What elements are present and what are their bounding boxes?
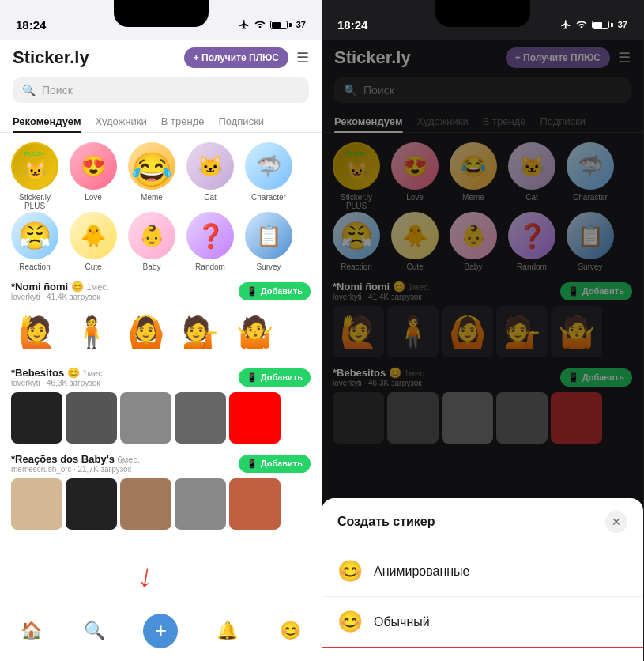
add-btn-bebesitos-left[interactable]: 📱Добавить [239,368,311,387]
pack-name-nomi-right: *Nomi ñomi 😊 1мес. [333,281,431,293]
category-plus-right[interactable]: PLUS+😺 Sticker.lyPLUS [328,142,385,210]
bs-animated-label: Анимированные [374,565,469,579]
tab-trending-right[interactable]: В тренде [483,111,526,132]
bs-header: Создать стикер ✕ [322,511,643,546]
pack-name-bebesitos-right: *Bebesitos 😊 1мес. [333,367,427,379]
search-placeholder-left: Поиск [42,84,73,96]
nav-home-left[interactable]: 🏠 [17,617,46,645]
category-baby-left[interactable]: 👶 Baby [123,212,180,271]
sticker-4-reacoes-left [175,478,226,530]
category-character-right[interactable]: 🦈 Character [562,142,619,210]
pack-meta-reacoes-left: memescrush_ofc · 21,7K загрузок [11,465,140,474]
category-cat-left[interactable]: 🐱 Cat [182,142,239,210]
category-cat-right[interactable]: 🐱 Cat [503,142,560,210]
cat-label-cat-left: Cat [204,193,217,202]
bs-option-animated[interactable]: 😊 Анимированные [322,546,643,597]
add-btn-reacoes-left[interactable]: 📱Добавить [239,455,311,473]
hamburger-right[interactable]: ☰ [618,49,631,66]
tabs-right: Рекомендуем Художники В тренде Подписки [322,111,643,133]
tab-artists-right[interactable]: Художники [417,111,469,132]
add-btn-nomi-right[interactable]: 📱Добавить [560,282,632,300]
category-meme-left[interactable]: 😂 Meme [123,142,180,210]
pack-header-reacoes-left: *Reações dos Baby's 6мес. memescrush_ofc… [11,453,311,474]
tab-artists-left[interactable]: Художники [96,111,147,132]
nav-search-left[interactable]: 🔍 [81,617,109,645]
category-reaction-left[interactable]: 😤 Reaction [6,212,63,271]
cat-circle-baby-right: 👶 [450,212,497,259]
search-bar-left[interactable]: 🔍 Поиск [13,77,309,103]
whatsapp-icon-bebe-left: 📱 [247,372,258,383]
category-cute-left[interactable]: 🐥 Cute [65,212,122,271]
cat-label-baby-left: Baby [143,263,161,271]
app-content-left: Sticker.ly + Получите ПЛЮС ☰ 🔍 Поиск Рек… [0,40,322,661]
search-icon-left: 🔍 [22,84,36,96]
time-right: 18:24 [337,18,367,32]
category-meme-right[interactable]: 😂 Meme [445,142,502,210]
add-btn-bebesitos-right[interactable]: 📱Добавить [560,368,632,387]
sticker-4-bebe-right [496,392,548,444]
notch-left [114,0,209,27]
bs-close-button[interactable]: ✕ [605,511,627,533]
nav-plus-left[interactable]: + [143,614,178,648]
category-character-left[interactable]: 🦈 Character [240,142,297,210]
bs-normal-label: Обычный [374,615,430,629]
tab-trending-left[interactable]: В тренде [161,111,205,132]
category-plus-left[interactable]: PLUS+😺 Sticker.lyPLUS [6,142,63,210]
tab-subscriptions-right[interactable]: Подписки [540,111,586,132]
whatsapp-icon-bebe-right: 📱 [568,372,579,383]
category-random-left[interactable]: ❓ Random [182,212,239,271]
sticker-5-bebe-right [551,392,602,444]
status-icons-left: 37 [239,19,306,30]
pack-info-nomi-left: *Nomi ñomi 😊 1мес. loverkyti · 41,4K заг… [11,281,109,301]
sticker-1-reacoes-left [11,478,62,530]
cat-circle-baby-left: 👶 [128,212,175,259]
whatsapp-icon-nomi-right: 📱 [568,286,579,297]
bs-animated-icon: 😊 [337,559,363,584]
cat-circle-meme-right: 😂 [450,142,497,190]
tab-recommended-left[interactable]: Рекомендуем [13,111,81,132]
time-left: 18:24 [16,18,46,32]
category-survey-right[interactable]: 📋 Survey [562,212,619,271]
sticker-3-bebe-left [120,392,171,444]
category-love-left[interactable]: 😍 Love [65,142,122,210]
category-survey-left[interactable]: 📋 Survey [240,212,297,271]
plus-button-right[interactable]: + Получите ПЛЮС [506,47,610,68]
add-btn-nomi-left[interactable]: 📱Добавить [239,282,311,300]
cat-label-survey-right: Survey [578,263,602,271]
categories-left: PLUS+😺 Sticker.lyPLUS 😍 Love 😂 Meme 🐱 Ca… [0,142,322,271]
bs-option-normal[interactable]: 😊 Обычный [322,597,643,648]
tab-recommended-right[interactable]: Рекомендуем [334,111,403,132]
category-reaction-right[interactable]: 😤 Reaction [328,212,385,271]
pack-meta-nomi-left: loverkyti · 41,4K загрузок [11,293,109,301]
nav-emoji-left[interactable]: 😊 [276,617,304,645]
pack-info-nomi-right: *Nomi ñomi 😊 1мес. loverkyti · 41,4K заг… [333,281,431,301]
sticker-3-reacoes-left [120,478,171,530]
category-random-right[interactable]: ❓ Random [503,212,560,271]
cat-circle-character-right: 🦈 [567,142,614,190]
header-left: Sticker.ly + Получите ПЛЮС ☰ [0,40,322,74]
cat-circle-reaction-left: 😤 [11,212,58,259]
sticker-1-nomi-right: 🙋 [333,306,384,357]
sticker-2-bebe-left [66,392,117,444]
plus-button-left[interactable]: + Получите ПЛЮС [184,47,288,68]
sticker-3-bebe-right [442,392,493,444]
search-bar-right[interactable]: 🔍 Поиск [334,77,631,103]
nav-bell-left[interactable]: 🔔 [213,617,241,645]
battery-icon-right [592,21,613,29]
pack-header-nomi-left: *Nomi ñomi 😊 1мес. loverkyti · 41,4K заг… [11,281,311,301]
sticker-4-nomi-left: 💁 [175,306,226,357]
hamburger-left[interactable]: ☰ [296,49,309,66]
category-cute-right[interactable]: 🐥 Cute [386,212,443,271]
cat-label-meme-right: Meme [462,193,484,202]
cat-circle-reaction-right: 😤 [333,212,380,259]
battery-pct-right: 37 [618,20,627,29]
cat-circle-meme-left: 😂 [128,142,175,190]
app-content-right: Sticker.ly + Получите ПЛЮС ☰ 🔍 Поиск Рек… [322,40,643,661]
tab-subscriptions-left[interactable]: Подписки [218,111,264,132]
sticker-5-bebe-left [229,392,281,444]
category-love-right[interactable]: 😍 Love [386,142,443,210]
cat-label-random-left: Random [195,263,225,271]
pack-info-reacoes-left: *Reações dos Baby's 6мес. memescrush_ofc… [11,453,140,474]
cat-label-cute-left: Cute [85,263,101,271]
category-baby-right[interactable]: 👶 Baby [445,212,502,271]
